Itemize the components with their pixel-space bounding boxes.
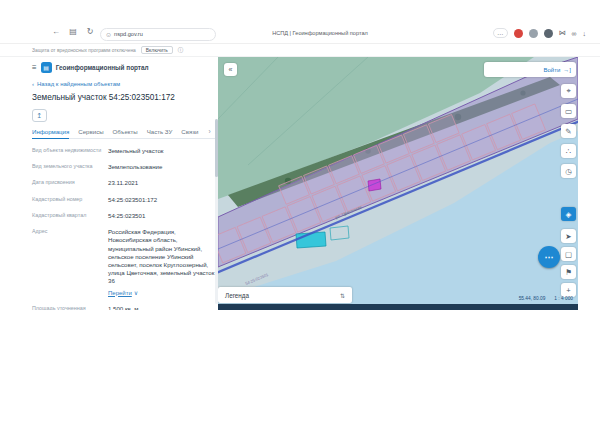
address-bar[interactable]: ⊙ nspd.gov.ru: [100, 28, 216, 41]
map-status: 55.44, 80.09 1 : 4 000: [519, 296, 573, 301]
share-icon: ↥: [37, 112, 43, 120]
legend-label: Легенда: [225, 292, 249, 299]
back-icon[interactable]: ←: [50, 27, 62, 36]
share-map-icon: ∴: [566, 147, 571, 156]
address-goto-link[interactable]: Перейти ∨: [108, 289, 218, 297]
site-info-icon[interactable]: ⊙: [106, 31, 111, 38]
portal-logo-icon[interactable]: ▤: [41, 62, 52, 73]
tool-locate-button[interactable]: ➤: [561, 229, 576, 243]
browser-toolbar: ← ▤ ↻ ⊙ nspd.gov.ru НСПД | Геоинформацио…: [0, 24, 600, 44]
portal-header: ≡ ▤ Геоинформационный портал: [32, 62, 218, 73]
bowtie-icon[interactable]: ⋈: [559, 29, 566, 37]
field-label: Дата присвоения: [32, 179, 108, 187]
field-label: Кадастровый квартал: [32, 212, 108, 220]
field-value-address: Российская Федерация, Новосибирская обла…: [108, 228, 218, 297]
field-row: Вид объекта недвижимости Земельный участ…: [32, 147, 218, 155]
plus-icon: +: [566, 286, 570, 295]
pin-icon: ⌖: [566, 86, 570, 96]
tabs-scroll-icon[interactable]: ›: [208, 128, 210, 135]
url-text: nspd.gov.ru: [114, 31, 143, 37]
draw-icon: ✎: [565, 127, 571, 136]
map-bottom-bar: [218, 304, 578, 310]
field-value: 23.11.2021: [108, 179, 218, 187]
collapse-icon: «: [229, 66, 233, 73]
caret-down-icon: ∨: [134, 289, 138, 297]
field-row: Вид земельного участка Землепользование: [32, 163, 218, 171]
screenshot-root: ← ▤ ↻ ⊙ nspd.gov.ru НСПД | Геоинформацио…: [0, 0, 600, 424]
layers-icon: ◈: [566, 210, 572, 219]
login-button[interactable]: Войти: [544, 67, 561, 73]
object-info-panel: ≡ ▤ Геоинформационный портал ‹ Назад к н…: [28, 57, 218, 310]
tool-pin-button[interactable]: ⌖: [561, 84, 576, 98]
browser-actions: ⋯ ⋈ ∞ ↓: [493, 28, 587, 38]
field-value: 54:25:023501:172: [108, 196, 218, 204]
tool-history-button[interactable]: ◷: [561, 164, 576, 178]
field-row: Дата присвоения 23.11.2021: [32, 179, 218, 187]
back-to-results-link[interactable]: ‹ Назад к найденным объектам: [32, 81, 218, 87]
protect-bar: Защита от вредоносных программ отключена…: [0, 44, 600, 57]
tool-layers-button-active[interactable]: ◈: [561, 207, 576, 221]
tool-marker-button[interactable]: ⚑: [561, 265, 576, 279]
back-link-label: Назад к найденным объектам: [37, 81, 120, 87]
tab-parcel-part[interactable]: Часть ЗУ: [147, 128, 173, 135]
tab-services[interactable]: Сервисы: [78, 128, 103, 135]
marker-icon: ⚑: [565, 268, 572, 277]
field-value: 54:25:023501: [108, 212, 218, 220]
info-icon[interactable]: ⓘ: [178, 47, 184, 54]
goto-link-label: Перейти: [108, 289, 132, 297]
tab-title: НСПД | Геоинформационный портал: [220, 30, 420, 36]
tab-information[interactable]: Информация: [32, 128, 69, 135]
field-row: Кадастровый номер 54:25:023501:172: [32, 196, 218, 204]
tabs-panel-icon[interactable]: ▤: [67, 27, 79, 36]
field-value: Землепользование: [108, 163, 218, 171]
field-value: Земельный участок: [108, 147, 218, 155]
support-chat-fab[interactable]: ⋯: [538, 246, 560, 268]
extent-icon: ▢: [565, 250, 572, 259]
locate-icon: ➤: [565, 232, 571, 241]
tab-objects[interactable]: Объекты: [113, 128, 138, 135]
tool-share-button[interactable]: ∴: [561, 144, 576, 158]
parcel-title: Земельный участок 54:25:023501:172: [32, 93, 218, 102]
field-row-address: Адрес Российская Федерация, Новосибирска…: [32, 228, 218, 297]
cadastral-map: ул. Цветочная 54:25:023501: [218, 57, 578, 304]
tool-measure-button[interactable]: ▭: [561, 104, 576, 118]
coordinates-readout: 55.44, 80.09: [519, 296, 546, 301]
tool-draw-button[interactable]: ✎: [561, 124, 576, 138]
legend-dropdown[interactable]: Легенда ⇅: [218, 287, 352, 303]
avatar-icon[interactable]: [529, 29, 538, 38]
share-button[interactable]: ↥: [32, 109, 47, 122]
login-icon: →]: [563, 67, 571, 73]
profile-icon[interactable]: [544, 29, 553, 38]
tab-relations[interactable]: Связи: [181, 128, 198, 135]
chevron-left-icon: ‹: [32, 81, 34, 87]
scale-readout: 1 : 4 000: [554, 296, 573, 301]
field-label: Площадь уточненная: [32, 305, 108, 310]
overflow-menu-icon[interactable]: ⋯: [493, 28, 508, 38]
collapse-panel-button[interactable]: «: [224, 63, 237, 76]
portal-title: Геоинформационный портал: [56, 64, 149, 71]
tool-extent-button[interactable]: ▢: [561, 247, 576, 261]
history-icon: ◷: [565, 167, 572, 176]
zoom-in-button[interactable]: +: [561, 283, 576, 297]
chat-icon: ⋯: [545, 252, 554, 262]
protect-message: Защита от вредоносных программ отключена: [32, 48, 136, 53]
map-search-bar[interactable]: Войти →]: [484, 62, 576, 77]
ruler-icon: ▭: [565, 107, 572, 116]
field-label: Вид земельного участка: [32, 163, 108, 171]
panel-tabs: Информация Сервисы Объекты Часть ЗУ Связ…: [32, 128, 218, 139]
field-label: Вид объекта недвижимости: [32, 147, 108, 155]
field-row: Кадастровый квартал 54:25:023501: [32, 212, 218, 220]
map-canvas[interactable]: ул. Цветочная 54:25:023501 « Войти →] ⌖ …: [218, 57, 578, 304]
protect-enable-button[interactable]: Включить: [141, 46, 173, 54]
field-label: Кадастровый номер: [32, 196, 108, 204]
field-row: Площадь уточненная 1 500 кв. м: [32, 305, 218, 310]
hamburger-menu-icon[interactable]: ≡: [32, 63, 37, 72]
download-icon[interactable]: ↓: [583, 30, 587, 37]
reload-icon[interactable]: ↻: [84, 27, 96, 36]
extension-icon[interactable]: [514, 29, 523, 38]
attribute-list: Вид объекта недвижимости Земельный участ…: [32, 147, 218, 310]
address-text: Российская Федерация, Новосибирская обла…: [108, 228, 214, 284]
incognito-icon[interactable]: ∞: [572, 30, 577, 37]
field-value: 1 500 кв. м: [108, 305, 218, 310]
field-label: Адрес: [32, 228, 108, 297]
